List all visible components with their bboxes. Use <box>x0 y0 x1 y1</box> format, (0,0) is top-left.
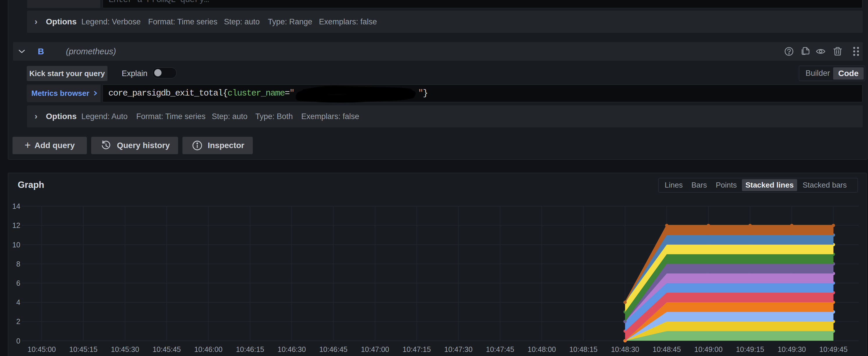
svg-text:10:48:00: 10:48:00 <box>528 345 556 353</box>
svg-text:10:45:00: 10:45:00 <box>28 345 56 353</box>
svg-text:10:45:15: 10:45:15 <box>69 345 97 353</box>
svg-text:10:46:45: 10:46:45 <box>319 345 347 353</box>
svg-text:10:47:30: 10:47:30 <box>444 345 472 353</box>
svg-text:10:45:45: 10:45:45 <box>153 345 181 353</box>
svg-text:2: 2 <box>16 317 20 325</box>
svg-text:10:49:30: 10:49:30 <box>778 345 806 353</box>
svg-text:12: 12 <box>12 221 20 229</box>
svg-text:14: 14 <box>12 202 20 210</box>
svg-text:10: 10 <box>12 241 20 249</box>
svg-text:8: 8 <box>16 260 20 268</box>
svg-text:10:49:15: 10:49:15 <box>736 345 764 353</box>
svg-text:10:49:45: 10:49:45 <box>819 345 847 353</box>
svg-text:10:47:45: 10:47:45 <box>486 345 514 353</box>
svg-text:10:48:45: 10:48:45 <box>653 345 681 353</box>
svg-text:0: 0 <box>16 337 20 345</box>
svg-text:10:46:00: 10:46:00 <box>194 345 222 353</box>
svg-text:10:45:30: 10:45:30 <box>111 345 139 353</box>
svg-text:10:47:15: 10:47:15 <box>403 345 431 353</box>
svg-text:10:48:15: 10:48:15 <box>569 345 597 353</box>
svg-text:6: 6 <box>16 279 20 287</box>
svg-text:4: 4 <box>16 298 20 306</box>
svg-text:10:47:00: 10:47:00 <box>361 345 389 353</box>
svg-text:10:49:00: 10:49:00 <box>694 345 722 353</box>
svg-text:10:48:30: 10:48:30 <box>611 345 639 353</box>
svg-text:10:46:15: 10:46:15 <box>236 345 264 353</box>
svg-text:10:46:30: 10:46:30 <box>278 345 306 353</box>
